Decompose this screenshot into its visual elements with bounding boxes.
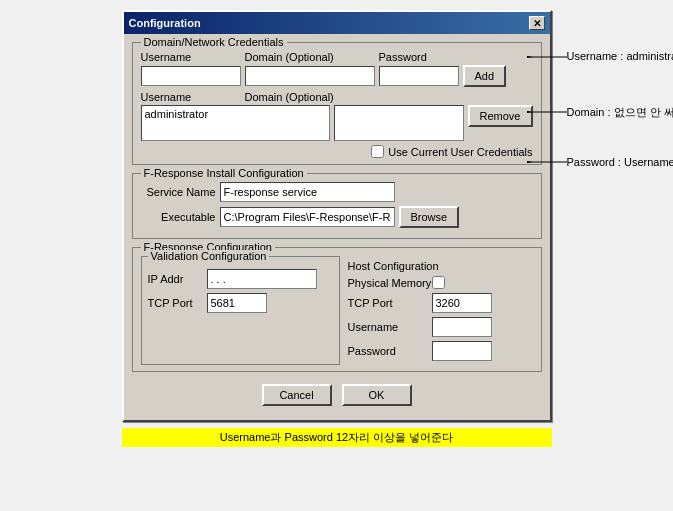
validation-legend: Validation Configuration [148,250,270,262]
tcp-port-label: TCP Port [148,297,203,309]
use-current-credentials-label: Use Current User Credentials [388,146,532,158]
credentials-legend: Domain/Network Credentials [141,36,287,48]
host-tcp-port-input[interactable] [432,293,492,313]
host-password-label: Password [348,345,428,357]
host-config-label: Host Configuration [348,260,533,272]
password-input[interactable] [379,66,459,86]
domain-display [334,105,464,141]
ip-input[interactable] [207,269,317,289]
credentials-group: Domain/Network Credentials Username Doma… [132,42,542,165]
user-display-row: administrator Remove [141,105,533,141]
domain-input[interactable] [245,66,375,86]
window-title: Configuration [129,17,201,29]
service-label: Service Name [141,186,216,198]
host-username-row: Username [348,317,533,337]
host-username-label: Username [348,321,428,333]
credentials-input-row: Add [141,65,533,87]
window-content: Domain/Network Credentials Username Doma… [124,34,550,420]
ip-row: IP Addr [148,269,333,289]
host-password-row: Password [348,341,533,361]
browse-button[interactable]: Browse [399,206,460,228]
configuration-window: Configuration ✕ Domain/Network Credentia… [122,10,552,422]
physical-memory-label: Physical Memory [348,277,428,289]
domain-annotation: Domain : 없으면 안 써도 된다 [567,105,674,120]
username-input[interactable] [141,66,241,86]
bottom-buttons: Cancel OK [132,380,542,412]
executable-input[interactable] [220,207,395,227]
add-button[interactable]: Add [463,65,507,87]
host-password-input[interactable] [432,341,492,361]
username-sub-header: Username [141,91,241,103]
executable-row: Executable Browse [141,206,533,228]
fresponse-group: F-Response Configuration Validation Conf… [132,247,542,372]
service-row: Service Name F-response service [141,182,533,202]
physical-memory-checkbox[interactable] [432,276,445,289]
tcp-port-row: TCP Port [148,293,333,313]
user-display-header: Username Domain (Optional) [141,91,533,103]
host-username-input[interactable] [432,317,492,337]
install-group: F-Response Install Configuration Service… [132,173,542,239]
ok-button[interactable]: OK [342,384,412,406]
password-header: Password [379,51,459,63]
username-display: administrator [141,105,330,141]
credentials-header: Username Domain (Optional) Password [141,51,533,63]
bottom-note: Username과 Password 12자리 이상을 넣어준다 [122,428,552,447]
domain-header: Domain (Optional) [245,51,375,63]
svg-marker-5 [527,161,533,163]
validation-box: Validation Configuration IP Addr TCP Por… [141,256,340,365]
service-input[interactable] [220,182,395,202]
close-button[interactable]: ✕ [529,16,545,30]
domain-sub-header: Domain (Optional) [245,91,334,103]
install-legend: F-Response Install Configuration [141,167,307,179]
svg-marker-3 [527,111,533,113]
host-tcp-port-row: TCP Port [348,293,533,313]
title-bar: Configuration ✕ [124,12,550,34]
ip-label: IP Addr [148,273,203,285]
use-current-credentials-checkbox[interactable] [371,145,384,158]
physical-memory-row: Physical Memory [348,276,533,289]
fresponse-inner: Validation Configuration IP Addr TCP Por… [141,256,533,365]
username-annotation: Username : administrator [567,50,674,62]
host-tcp-port-label: TCP Port [348,297,428,309]
remove-button[interactable]: Remove [468,105,533,127]
cancel-button[interactable]: Cancel [262,384,332,406]
tcp-port-input[interactable] [207,293,267,313]
svg-marker-1 [527,56,533,58]
password-annotation: Password : Username의 Password [567,155,674,170]
host-box: Host Configuration Physical Memory TCP P… [348,256,533,365]
checkbox-row: Use Current User Credentials [141,145,533,158]
username-header: Username [141,51,241,63]
executable-label: Executable [141,211,216,223]
